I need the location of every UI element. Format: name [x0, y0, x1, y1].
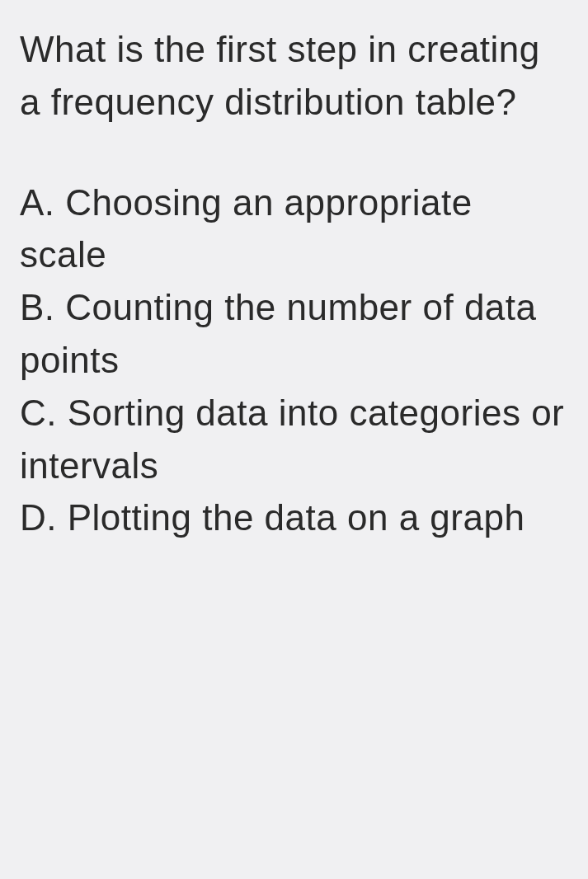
question-text: What is the first step in creating a fre… — [20, 23, 568, 129]
option-text: Choosing an appropriate scale — [20, 182, 473, 275]
option-text: Plotting the data on a graph — [68, 497, 525, 538]
options-list: A. Choosing an appropriate scale B. Coun… — [20, 176, 568, 545]
option-text: Sorting data into categories or interval… — [20, 392, 564, 486]
option-label: A. — [20, 182, 55, 223]
option-label: C. — [20, 392, 57, 433]
option-d[interactable]: D. Plotting the data on a graph — [20, 491, 568, 544]
option-text: Counting the number of data points — [20, 287, 537, 380]
option-a[interactable]: A. Choosing an appropriate scale — [20, 176, 568, 282]
option-label: D. — [20, 497, 57, 538]
option-b[interactable]: B. Counting the number of data points — [20, 281, 568, 387]
question-block: What is the first step in creating a fre… — [20, 23, 568, 544]
option-label: B. — [20, 287, 55, 327]
option-c[interactable]: C. Sorting data into categories or inter… — [20, 387, 568, 492]
